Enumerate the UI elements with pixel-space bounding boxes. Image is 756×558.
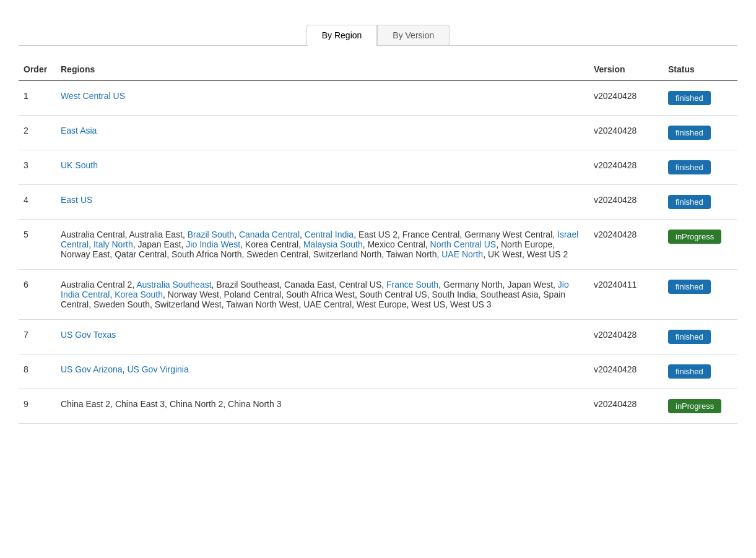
cell-regions: East Asia bbox=[56, 116, 589, 150]
cell-version: v20240428 bbox=[589, 116, 663, 150]
status-badge: finished bbox=[668, 364, 711, 379]
region-link[interactable]: West Central US bbox=[61, 91, 125, 101]
region-link[interactable]: Korea South bbox=[115, 290, 163, 299]
cell-order: 3 bbox=[19, 150, 56, 185]
header-order: Order bbox=[19, 58, 56, 81]
region-text: Australia Central 2, bbox=[61, 280, 136, 290]
region-text: , bbox=[110, 290, 115, 299]
cell-version: v20240428 bbox=[589, 185, 663, 220]
region-text: , Sweden Central, Switzerland North, Tai… bbox=[242, 249, 442, 259]
cell-version: v20240428 bbox=[589, 81, 663, 116]
cell-regions: US Gov Arizona, US Gov Virginia bbox=[56, 354, 589, 389]
region-link[interactable]: East US bbox=[61, 195, 92, 205]
cell-regions: East US bbox=[56, 185, 589, 220]
status-badge: finished bbox=[668, 91, 711, 105]
region-text: , Japan East, bbox=[133, 239, 186, 249]
region-link[interactable]: East Asia bbox=[61, 126, 97, 135]
region-text: China East 2, China East 3, China North … bbox=[61, 399, 281, 409]
cell-version: v20240428 bbox=[589, 150, 663, 185]
region-text: , bbox=[300, 230, 305, 239]
region-link[interactable]: US Gov Texas bbox=[61, 330, 116, 340]
region-text: , Mexico Central, bbox=[363, 239, 430, 249]
table-row: 3UK Southv20240428finished bbox=[19, 150, 737, 185]
region-link[interactable]: Malaysia South bbox=[303, 239, 363, 249]
status-badge: inProgress bbox=[668, 399, 721, 413]
region-text: South Africa North bbox=[172, 249, 242, 259]
cell-status: finished bbox=[663, 81, 737, 116]
cell-status: finished bbox=[663, 150, 737, 185]
cell-version: v20240428 bbox=[589, 220, 663, 270]
cell-regions: US Gov Texas bbox=[56, 320, 589, 354]
cell-order: 5 bbox=[19, 220, 56, 270]
cell-order: 6 bbox=[19, 270, 56, 320]
status-badge: finished bbox=[668, 160, 711, 174]
cell-regions: West Central US bbox=[56, 81, 589, 116]
region-text: North Europe bbox=[501, 239, 552, 249]
cell-regions: China East 2, China East 3, China North … bbox=[56, 389, 589, 424]
cell-order: 4 bbox=[19, 185, 56, 220]
table-row: 1West Central USv20240428finished bbox=[19, 81, 737, 116]
table-row: 8US Gov Arizona, US Gov Virginiav2024042… bbox=[19, 354, 737, 389]
table-body: 1West Central USv20240428finished2East A… bbox=[19, 81, 737, 424]
region-link[interactable]: US Gov Arizona bbox=[61, 364, 123, 374]
cell-regions: Australia Central 2, Australia Southeast… bbox=[56, 270, 589, 320]
cell-version: v20240428 bbox=[589, 320, 663, 354]
cell-regions: UK South bbox=[56, 150, 589, 185]
region-link[interactable]: Italy North bbox=[93, 239, 133, 249]
region-text: , Korea Central, bbox=[240, 239, 303, 249]
cell-status: inProgress bbox=[663, 220, 737, 270]
cell-order: 1 bbox=[19, 81, 56, 116]
region-link[interactable]: North Central US bbox=[430, 239, 497, 249]
cell-status: finished bbox=[663, 354, 737, 389]
region-link[interactable]: US Gov Virginia bbox=[127, 364, 188, 374]
region-text: Australia East bbox=[129, 230, 183, 239]
status-badge: finished bbox=[668, 280, 711, 294]
header-version: Version bbox=[589, 58, 663, 81]
region-text: Australia Central bbox=[61, 230, 125, 239]
cell-version: v20240428 bbox=[589, 354, 663, 389]
cell-order: 2 bbox=[19, 116, 56, 150]
cell-order: 8 bbox=[19, 354, 56, 389]
cell-status: finished bbox=[663, 270, 737, 320]
region-text: France Central bbox=[402, 230, 460, 239]
cell-order: 7 bbox=[19, 320, 56, 354]
region-text: , bbox=[89, 239, 93, 249]
region-text: , UK West, West US 2 bbox=[483, 249, 568, 259]
region-text: , Germany West Central, bbox=[459, 230, 557, 239]
cell-status: finished bbox=[663, 320, 737, 354]
table-row: 5Australia Central, Australia East, Braz… bbox=[19, 220, 737, 270]
cell-status: finished bbox=[663, 116, 737, 150]
region-text: , Germany North, Japan West, bbox=[438, 280, 558, 290]
region-text: , bbox=[234, 230, 239, 239]
cell-regions: Australia Central, Australia East, Brazi… bbox=[56, 220, 589, 270]
region-text: , Brazil Southeast, Canada East, Central… bbox=[212, 280, 386, 290]
header-status: Status bbox=[663, 58, 737, 81]
region-text: , bbox=[496, 239, 501, 249]
table-row: 9China East 2, China East 3, China North… bbox=[19, 389, 737, 424]
region-link[interactable]: UK South bbox=[61, 160, 98, 170]
cell-version: v20240411 bbox=[589, 270, 663, 320]
tab-bar: By Region By Version bbox=[19, 25, 737, 46]
cell-status: inProgress bbox=[663, 389, 737, 424]
tab-by-region[interactable]: By Region bbox=[306, 25, 378, 46]
header-regions: Regions bbox=[56, 58, 589, 81]
cell-status: finished bbox=[663, 185, 737, 220]
status-badge: inProgress bbox=[668, 230, 721, 244]
region-link[interactable]: Central India bbox=[305, 230, 354, 239]
cell-version: v20240428 bbox=[589, 389, 663, 424]
region-link[interactable]: Jio India West bbox=[186, 239, 240, 249]
release-order-table: Order Regions Version Status 1West Centr… bbox=[19, 58, 737, 424]
cell-order: 9 bbox=[19, 389, 56, 424]
region-link[interactable]: UAE North bbox=[441, 249, 483, 259]
table-row: 6Australia Central 2, Australia Southeas… bbox=[19, 270, 737, 320]
tab-by-version[interactable]: By Version bbox=[377, 25, 450, 46]
region-link[interactable]: Canada Central bbox=[239, 230, 300, 239]
table-row: 2East Asiav20240428finished bbox=[19, 116, 737, 150]
region-link[interactable]: Brazil South bbox=[188, 230, 234, 239]
region-link[interactable]: Australia Southeast bbox=[136, 280, 211, 290]
region-text: , East US 2, bbox=[354, 230, 402, 239]
table-row: 4East USv20240428finished bbox=[19, 185, 737, 220]
region-link[interactable]: France South bbox=[386, 280, 438, 290]
region-text: , bbox=[183, 230, 188, 239]
table-header: Order Regions Version Status bbox=[19, 58, 737, 81]
